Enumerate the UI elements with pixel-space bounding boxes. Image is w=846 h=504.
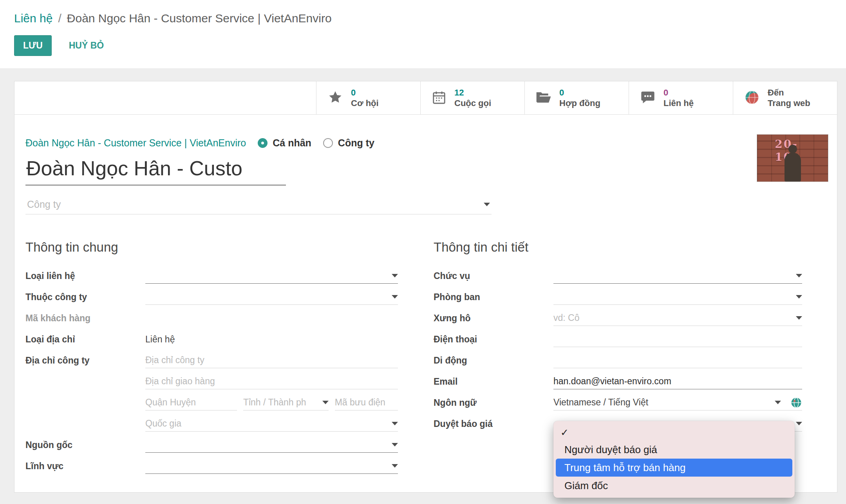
customer-code-label: Mã khách hàng: [25, 313, 145, 324]
job-label: Chức vụ: [434, 271, 553, 281]
field-row-job: Chức vụ: [434, 265, 802, 286]
field-row-customer-code: Mã khách hàng: [25, 308, 398, 329]
chevron-down-icon: [392, 464, 398, 468]
star-icon: [327, 90, 343, 106]
opportunities-count: 0: [351, 87, 379, 98]
company-select-field[interactable]: Công ty: [25, 196, 492, 214]
comment-icon: [640, 90, 656, 106]
company-address-label: Địa chỉ công ty: [25, 355, 145, 366]
contact-type-label: Loại liên hệ: [25, 271, 145, 281]
opportunities-stat-button[interactable]: 0 Cơ hội: [316, 81, 420, 114]
salutation-select[interactable]: vd: Cô: [553, 310, 802, 326]
language-select[interactable]: Vietnamese / Tiếng Việt: [553, 395, 802, 410]
folder-icon: [536, 91, 551, 105]
zip-input[interactable]: Mã bưu điện: [335, 395, 398, 410]
radio-company-label: Công ty: [338, 137, 374, 149]
email-input[interactable]: han.doan@vietan-enviro.com: [553, 374, 802, 389]
delivery-address-input[interactable]: Địa chỉ giao hàng: [145, 374, 398, 389]
chevron-down-icon: [392, 295, 398, 299]
field-row-delivery-address: Địa chỉ giao hàng: [25, 371, 398, 392]
quote-approval-dropdown: ✓ Người duyệt báo giá Trung tâm hỗ trợ b…: [553, 421, 795, 498]
city-select[interactable]: Tỉnh / Thành ph: [243, 395, 329, 410]
website-label-line1: Đến: [768, 87, 810, 98]
radio-company[interactable]: Công ty: [323, 137, 374, 149]
quote-approval-option-blank[interactable]: ✓: [553, 424, 795, 441]
detail-info-heading: Thông tin chi tiết: [434, 239, 802, 255]
job-select[interactable]: [553, 268, 802, 284]
field-row-parent-company: Thuộc công ty: [25, 286, 398, 308]
chevron-down-icon: [775, 401, 781, 404]
address-type-label: Loại địa chỉ: [25, 334, 145, 345]
breadcrumb-section-link[interactable]: Liên hệ: [14, 12, 52, 25]
field-row-language: Ngôn ngữ Vietnamese / Tiếng Việt: [434, 392, 802, 413]
globe-icon: [744, 90, 760, 106]
calls-label: Cuộc gọi: [454, 98, 491, 109]
source-select[interactable]: [145, 437, 398, 453]
breadcrumb-separator: /: [58, 12, 61, 25]
website-label-line2: Trang web: [768, 98, 810, 109]
contact-form-card: 0 Cơ hội 12 Cuộc gọi 0 Hợp: [14, 81, 837, 493]
department-select[interactable]: [553, 289, 802, 305]
field-row-address-type: Loại địa chỉ Liên hệ: [25, 329, 398, 350]
chevron-down-icon: [322, 401, 329, 404]
contracts-count: 0: [559, 87, 600, 98]
quote-approval-option[interactable]: Người duyệt báo giá: [553, 441, 795, 459]
chevron-down-icon: [796, 295, 802, 299]
salutation-label: Xưng hô: [434, 313, 553, 324]
radio-company-circle[interactable]: [323, 138, 333, 148]
top-header: Liên hệ / Đoàn Ngọc Hân - Customer Servi…: [0, 0, 846, 69]
street-input[interactable]: Địa chỉ công ty: [145, 353, 398, 368]
district-input[interactable]: Quận Huyện: [145, 395, 237, 410]
breadcrumb: Liên hệ / Đoàn Ngọc Hân - Customer Servi…: [14, 12, 846, 25]
calls-stat-button[interactable]: 12 Cuộc gọi: [420, 81, 524, 114]
breadcrumb-record-name: Đoàn Ngọc Hân - Customer Service | VietA…: [67, 12, 332, 25]
discard-button[interactable]: HUỶ BỎ: [69, 40, 104, 51]
parent-company-select[interactable]: [145, 289, 398, 305]
contact-form: Đoàn Ngọc Hân - Customer Service | VietA…: [14, 115, 837, 492]
contact-type-select[interactable]: [145, 268, 398, 284]
quote-approval-label: Duyệt báo giá: [434, 419, 553, 429]
record-link[interactable]: Đoàn Ngọc Hân - Customer Service | VietA…: [25, 137, 246, 149]
field-row-email: Email han.doan@vietan-enviro.com: [434, 371, 802, 392]
header-action-row: LƯU HUỶ BỎ: [14, 35, 846, 56]
field-row-country: Quốc gia: [25, 413, 398, 434]
field-row-street: Địa chỉ công ty Địa chỉ công ty: [25, 350, 398, 371]
stat-row-spacer: [14, 81, 316, 114]
contacts-count: 0: [663, 87, 694, 98]
form-columns: Thông tin chung Loại liên hệ Thuộc công …: [25, 239, 802, 477]
chevron-down-icon: [392, 274, 398, 277]
phone-label: Điện thoại: [434, 334, 553, 345]
calendar-icon: [432, 90, 446, 106]
website-stat-button[interactable]: Đến Trang web: [733, 81, 837, 114]
chevron-down-icon: [392, 422, 398, 425]
radio-individual[interactable]: Cá nhân: [258, 137, 311, 149]
contacts-label: Liên hệ: [663, 98, 694, 109]
quote-approval-option-highlighted[interactable]: Trung tâm hỗ trợ bán hàng: [556, 459, 792, 477]
detail-info-column: Thông tin chi tiết Chức vụ Phòng ban: [434, 239, 802, 477]
field-row-source: Nguồn gốc: [25, 434, 398, 455]
source-label: Nguồn gốc: [25, 440, 145, 450]
general-info-heading: Thông tin chung: [25, 239, 398, 255]
field-row-district-city-zip: Quận Huyện Tỉnh / Thành ph Mã bưu điện: [25, 392, 398, 413]
customer-code-value: [145, 310, 398, 326]
industry-label: Lĩnh vực: [25, 461, 145, 472]
mobile-input[interactable]: [553, 353, 802, 368]
quote-approval-option[interactable]: Giám đốc: [553, 477, 795, 495]
country-select[interactable]: Quốc gia: [145, 416, 398, 432]
contact-name-input[interactable]: Đoàn Ngọc Hân - Custo: [25, 155, 286, 185]
phone-input[interactable]: [553, 331, 802, 347]
radio-individual-circle[interactable]: [258, 138, 268, 148]
chevron-down-icon: [796, 422, 802, 425]
industry-select[interactable]: [145, 458, 398, 474]
chevron-down-icon: [392, 443, 398, 446]
save-button[interactable]: LƯU: [14, 35, 52, 56]
contracts-stat-button[interactable]: 0 Hợp đồng: [524, 81, 629, 114]
email-label: Email: [434, 376, 553, 387]
contacts-stat-button[interactable]: 0 Liên hệ: [629, 81, 733, 114]
language-globe-icon: [790, 397, 802, 409]
field-row-department: Phòng ban: [434, 286, 802, 308]
chevron-down-icon: [484, 203, 490, 206]
opportunities-label: Cơ hội: [351, 98, 379, 109]
address-type-value: Liên hệ: [145, 331, 398, 347]
language-label: Ngôn ngữ: [434, 398, 553, 408]
